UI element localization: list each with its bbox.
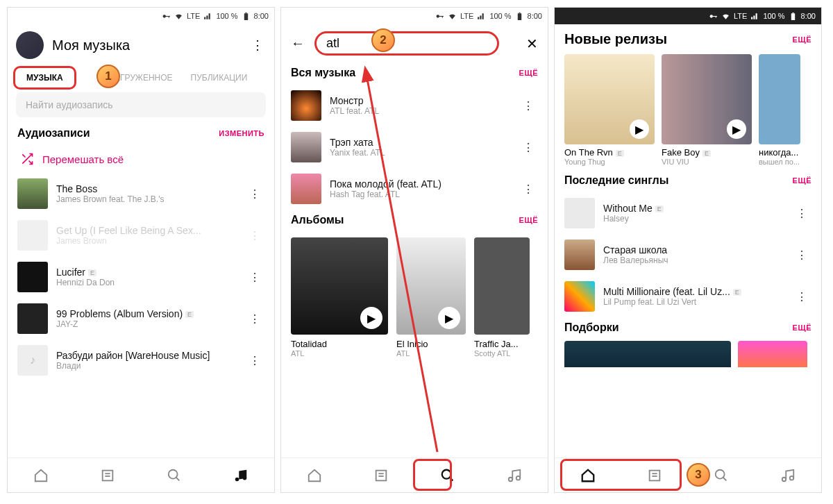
track-name: Пока молодой (feat. ATL) [330,178,510,190]
track-artist: ATL feat. ATL [330,106,510,116]
phone-screen-1: LTE 100 % 8:00 Моя музыка ⋮ МУЗЫКА ЗАГРУ… [7,7,275,493]
phone-screen-3: LTE 100 % 8:00 Новые релизы ЕЩЁ ▶ On The… [554,7,822,493]
track-more-icon[interactable]: ⋮ [245,187,264,201]
track-item[interactable]: Multi Millionaire (feat. Lil Uz...ELil P… [555,276,821,317]
collections-row[interactable] [555,339,821,367]
svg-rect-28 [791,13,794,20]
album-item[interactable]: ▶ El Inicio ATL [396,237,466,358]
nav-search-icon[interactable] [166,467,183,484]
track-artist: James Brown [56,236,237,246]
shuffle-button[interactable]: Перемешать всё [8,145,274,173]
nav-home-icon[interactable] [33,467,49,484]
search-input[interactable] [326,36,487,51]
track-item[interactable]: Without MeEHalsey ⋮ [555,192,821,234]
track-more-icon[interactable]: ⋮ [519,183,538,196]
track-more-icon[interactable]: ⋮ [519,99,538,112]
release-cover: ▶ [564,54,655,144]
track-name: Разбуди район [WareHouse Music] [56,350,237,361]
releases-row[interactable]: ▶ On The RvnE Young Thug ▶ Fake BoyE VIU… [555,53,821,170]
svg-point-12 [437,15,439,17]
track-artist: Lil Pump feat. Lil Uzi Vert [603,297,784,307]
track-more-icon[interactable]: ⋮ [792,207,811,220]
key-icon [162,12,171,21]
section-header-releases: Новые релизы ЕЩЁ [555,24,821,53]
track-more-icon[interactable]: ⋮ [245,354,264,367]
track-item[interactable]: МонстрATL feat. ATL ⋮ [281,85,548,126]
track-thumb [17,178,48,209]
svg-point-25 [710,15,713,17]
track-more-icon[interactable]: ⋮ [245,271,264,284]
release-item[interactable]: ▶ On The RvnE Young Thug [564,54,655,166]
album-item[interactable]: ▶ Totalidad ATL [291,237,388,358]
track-list: The BossJames Brown feat. The J.B.'s ⋮ G… [8,173,274,492]
release-name: On The RvnE [564,147,655,158]
more-button[interactable]: ЕЩЁ [519,216,538,224]
track-item[interactable]: Трэп хатаYanix feat. ATL ⋮ [281,126,548,168]
track-more-icon[interactable]: ⋮ [245,229,264,242]
track-item[interactable]: ♪ Разбуди район [WareHouse Music]Влади ⋮ [8,339,274,381]
release-item[interactable]: ▶ Fake BoyE VIU VIU [662,54,752,166]
back-icon[interactable]: ← [291,35,305,51]
edit-button[interactable]: ИЗМЕНИТЬ [219,129,264,137]
track-item[interactable]: Get Up (I Feel Like Being A Sex...James … [8,215,274,256]
albums-row[interactable]: ▶ Totalidad ATL ▶ El Inicio ATL Traffic … [281,232,548,360]
nav-feed-icon[interactable] [373,467,389,484]
tab-music[interactable]: МУЗЫКА [13,66,76,90]
track-item[interactable]: Пока молодой (feat. ATL)Hash Tag feat. A… [281,168,548,210]
play-icon[interactable]: ▶ [438,307,460,329]
nav-feed-icon[interactable] [99,467,116,484]
album-artist: Scotty ATL [474,349,530,358]
svg-line-9 [176,477,180,480]
section-title: Аудиозаписи [17,127,90,140]
key-icon [435,12,444,21]
track-name: 99 Problems (Album Version)E [56,308,237,319]
more-icon[interactable]: ⋮ [249,37,266,53]
nav-music-icon[interactable] [506,467,523,484]
nav-music-icon[interactable] [780,467,796,484]
nav-search-icon[interactable] [713,467,730,484]
track-more-icon[interactable]: ⋮ [519,141,538,154]
collection-item[interactable] [738,341,807,367]
svg-rect-4 [245,12,246,13]
track-more-icon[interactable]: ⋮ [245,312,264,326]
shuffle-icon [20,152,34,166]
key-icon [709,12,718,21]
track-more-icon[interactable]: ⋮ [792,290,811,303]
avatar[interactable] [16,31,44,59]
track-more-icon[interactable]: ⋮ [792,249,811,262]
album-item[interactable]: Traffic Ja... Scotty ATL [474,237,530,358]
track-name: Multi Millionaire (feat. Lil Uz...E [603,286,784,297]
play-icon[interactable]: ▶ [727,119,746,139]
track-name: Get Up (I Feel Like Being A Sex... [56,225,237,236]
release-cover: ▶ [662,54,752,144]
close-icon[interactable]: ✕ [526,35,538,52]
more-button[interactable]: ЕЩЁ [793,176,811,185]
more-button[interactable]: ЕЩЁ [519,69,538,77]
more-button[interactable]: ЕЩЁ [793,324,811,332]
track-item[interactable]: LuciferEHennizi Da Don ⋮ [8,256,274,298]
battery-icon [789,12,798,21]
status-bar: LTE 100 % 8:00 [8,8,274,24]
collection-item[interactable] [564,341,731,367]
signal-icon [477,12,486,21]
svg-rect-15 [517,13,521,20]
highlight-search-nav [413,459,452,491]
nav-music-icon[interactable] [233,467,249,484]
album-artist: ATL [291,349,388,358]
nav-home-icon[interactable] [306,467,323,484]
track-item[interactable]: Старая школаЛев Валерьяныч ⋮ [555,234,821,276]
track-thumb [17,303,48,334]
more-button[interactable]: ЕЩЁ [793,35,811,44]
release-item[interactable]: никогда... вышел по... [759,54,800,166]
search-input[interactable]: Найти аудиозапись [16,92,266,117]
track-item[interactable]: The BossJames Brown feat. The J.B.'s ⋮ [8,173,274,215]
status-bar: LTE 100 % 8:00 [281,8,548,24]
play-icon[interactable]: ▶ [360,307,382,329]
play-icon[interactable]: ▶ [630,119,649,139]
battery-icon [242,12,251,21]
svg-point-36 [790,476,794,480]
step-badge-3: 3 [687,463,710,487]
svg-point-0 [163,15,166,17]
track-item[interactable]: 99 Problems (Album Version)EJAY-Z ⋮ [8,298,274,339]
tab-posts[interactable]: ПУБЛИКАЦИИ [185,66,253,90]
